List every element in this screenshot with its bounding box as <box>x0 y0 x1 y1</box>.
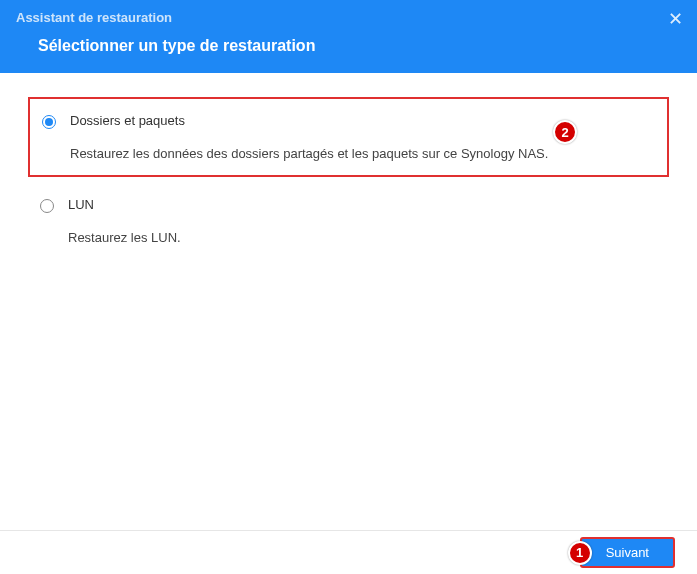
option-description: Restaurez les données des dossiers parta… <box>70 146 653 161</box>
option-title: LUN <box>68 197 655 212</box>
wizard-footer: Suivant 1 <box>0 530 697 574</box>
options-container: Dossiers et paquets Restaurez les donnée… <box>0 73 697 289</box>
next-button[interactable]: Suivant <box>580 537 675 568</box>
wizard-header: Assistant de restauration Sélectionner u… <box>0 0 697 73</box>
annotation-marker-2: 2 <box>553 120 577 144</box>
wizard-title: Assistant de restauration <box>0 0 697 31</box>
close-icon[interactable]: ✕ <box>668 10 683 28</box>
radio-folders-packages[interactable] <box>42 115 56 129</box>
annotation-marker-1: 1 <box>568 541 592 565</box>
step-title: Sélectionner un type de restauration <box>0 31 697 73</box>
radio-lun[interactable] <box>40 199 54 213</box>
option-lun[interactable]: LUN Restaurez les LUN. <box>28 183 669 259</box>
option-description: Restaurez les LUN. <box>68 230 655 245</box>
